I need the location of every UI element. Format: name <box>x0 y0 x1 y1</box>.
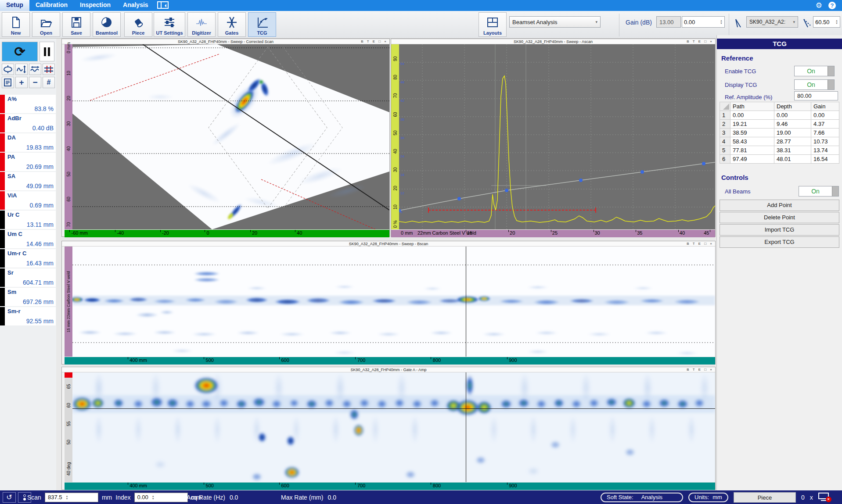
tab-setup[interactable]: Setup <box>0 0 29 11</box>
units-indicator[interactable]: Units: mm <box>688 493 728 502</box>
export-tcg-button[interactable]: Export TCG <box>720 236 839 248</box>
ref-amplitude-input[interactable]: 80.00 <box>794 91 838 100</box>
readout-DA[interactable]: DA19.83 mm <box>0 133 56 152</box>
save-button[interactable]: Save <box>62 12 90 37</box>
acq-rate-value: 0.0 <box>230 494 238 501</box>
gates-button[interactable]: Gates <box>218 12 246 37</box>
maximize-icon: □ <box>704 39 708 43</box>
time-tick-label: 18 <box>400 173 404 177</box>
table-row[interactable]: 219.219.464.37 <box>720 120 839 129</box>
view-title: SK90_A32_A28_FHP40mm - Gate A - Amp <box>62 367 715 372</box>
readout-Sm-r[interactable]: Sm-r92.55 mm <box>0 307 56 325</box>
gain-spinner[interactable]: ▲▼ <box>720 19 723 25</box>
scan-position-input[interactable]: 837.5 ▲▼ <box>45 493 98 502</box>
report-button[interactable] <box>2 77 14 88</box>
acquisition-sync-button[interactable]: ⟳ <box>2 42 38 61</box>
piece-button[interactable]: Piece <box>734 492 796 503</box>
index-axis-ruler: -60 mm -40 -20 0 20 40 <box>65 230 389 237</box>
connection-status[interactable]: × <box>818 493 831 502</box>
beam-angle-input[interactable]: 60.50 ▲▼ <box>813 16 840 28</box>
toolbar: New Open Save Beamtool Piece UT Settings… <box>0 11 842 39</box>
gain-input[interactable]: 0.00 ▲▼ <box>682 16 725 28</box>
window-buttons[interactable]: B T E □ × <box>361 39 388 44</box>
zoom-out-button[interactable]: − <box>29 77 41 88</box>
zoom-in-button[interactable]: + <box>15 77 28 88</box>
table-row[interactable]: 338.5919.007.66 <box>720 129 839 137</box>
piece-count: 0 <box>801 494 805 501</box>
tab-analysis[interactable]: Analysis <box>117 0 155 11</box>
tab-calibration[interactable]: Calibration <box>29 0 74 11</box>
bscan-image[interactable] <box>72 247 715 357</box>
angle-spinner[interactable]: ▲▼ <box>835 19 838 25</box>
readout-ViA[interactable]: ViA0.69 mm <box>0 191 56 210</box>
import-tcg-button[interactable]: Import TCG <box>720 224 839 236</box>
beam-icon <box>734 18 745 29</box>
enable-tcg-toggle[interactable]: On <box>794 66 835 76</box>
pause-button[interactable] <box>40 42 54 61</box>
help-icon[interactable]: ? <box>828 2 836 9</box>
tcg-button[interactable]: TCG <box>248 12 276 37</box>
gate-amp-image[interactable] <box>72 372 715 482</box>
controls-heading: Controls <box>721 174 748 181</box>
table-row[interactable]: 458.4328.7710.73 <box>720 137 839 146</box>
readout-Um-rC[interactable]: Um-r C16.43 mm <box>0 249 56 268</box>
index-position-input[interactable]: 0.00 ▲▼ <box>134 493 188 502</box>
readout-UrC[interactable]: Ur C13.11 mm <box>0 211 56 229</box>
beam-select[interactable]: SK90_A32_A2: ▾ <box>746 16 798 28</box>
window-buttons[interactable]: B T E □ × <box>687 241 713 247</box>
readout-PA[interactable]: PA20.69 mm <box>0 153 56 171</box>
index-spinner[interactable]: ▲▼ <box>152 495 155 500</box>
readout-SA[interactable]: SA49.09 mm <box>0 172 56 190</box>
delete-point-button[interactable]: Delete Point <box>720 212 839 223</box>
piece-button[interactable]: Piece <box>124 12 152 37</box>
close-icon: × <box>710 39 713 43</box>
disconnected-badge: × <box>826 497 831 502</box>
table-row[interactable]: 697.4948.0116.54 <box>720 155 839 164</box>
gates-icon <box>225 16 238 29</box>
readout-AdBr[interactable]: AdBr0.40 dB <box>0 114 56 132</box>
chevron-down-icon[interactable]: ▾ <box>595 20 597 24</box>
window-buttons[interactable]: B T E □ × <box>687 39 713 44</box>
new-button[interactable]: New <box>2 12 30 37</box>
table-row[interactable]: 577.8138.3113.74 <box>720 146 839 155</box>
wave-tool-button[interactable] <box>29 64 41 75</box>
readout-A%[interactable]: A%83.8 % <box>0 95 56 113</box>
ut-settings-button[interactable]: UT Settings <box>154 12 185 37</box>
collapse-panel-icon[interactable] <box>157 1 169 9</box>
menu-bar: Setup Calibration Inspection Analysis ⚙ … <box>0 0 842 11</box>
tab-inspection[interactable]: Inspection <box>74 0 117 11</box>
toggle-grip[interactable] <box>832 186 838 196</box>
reset-button[interactable]: ↺ <box>3 492 16 503</box>
toggle-grip[interactable] <box>828 80 834 89</box>
chevron-down-icon[interactable]: ▾ <box>793 20 795 24</box>
beamset-analysis-select[interactable]: Beamset Analysis ▾ <box>509 16 601 28</box>
beamtool-button[interactable]: Beamtool <box>93 12 121 37</box>
open-button[interactable]: Open <box>32 12 60 37</box>
table-row[interactable]: 10.000.000.00 <box>720 111 839 120</box>
add-point-button[interactable]: Add Point <box>720 200 839 211</box>
scan-cursor-line[interactable] <box>466 372 466 482</box>
scan-cursor-line[interactable] <box>466 247 466 357</box>
readout-Sm[interactable]: Sm697.26 mm <box>0 288 56 306</box>
grid-tool-button[interactable] <box>43 64 55 75</box>
angle-cursor-line[interactable] <box>72 408 715 409</box>
envelope-tool-button[interactable] <box>2 64 14 75</box>
gear-icon[interactable]: ⚙ <box>816 1 822 10</box>
value-display-button[interactable]: # <box>43 77 55 88</box>
digitizer-button[interactable]: Digitizer <box>187 12 216 37</box>
toggle-grip[interactable] <box>828 66 834 76</box>
ascan-plot[interactable]: 54 48 42 36 30 24 18 12 6 <box>399 44 715 229</box>
soft-state-indicator[interactable]: Soft State: Analysis <box>601 493 683 502</box>
all-beams-toggle[interactable]: On <box>799 186 839 197</box>
status-bar: ↺ Scan 837.5 ▲▼ mm Index 0.00 ▲▼ mm Acq … <box>0 490 842 504</box>
sector-scan-image[interactable] <box>72 44 389 229</box>
piece-icon <box>132 16 145 29</box>
display-tcg-toggle[interactable]: On <box>794 79 835 90</box>
layouts-button[interactable]: Layouts <box>479 12 507 37</box>
readout-UmC[interactable]: Um C14.46 mm <box>0 230 56 248</box>
window-buttons[interactable]: B T E □ × <box>687 367 713 372</box>
readout-Sr[interactable]: Sr604.71 mm <box>0 268 56 287</box>
table-corner-cell[interactable] <box>720 102 730 111</box>
scan-spinner[interactable]: ▲▼ <box>65 495 68 500</box>
amplitude-tool-button[interactable] <box>15 64 28 75</box>
